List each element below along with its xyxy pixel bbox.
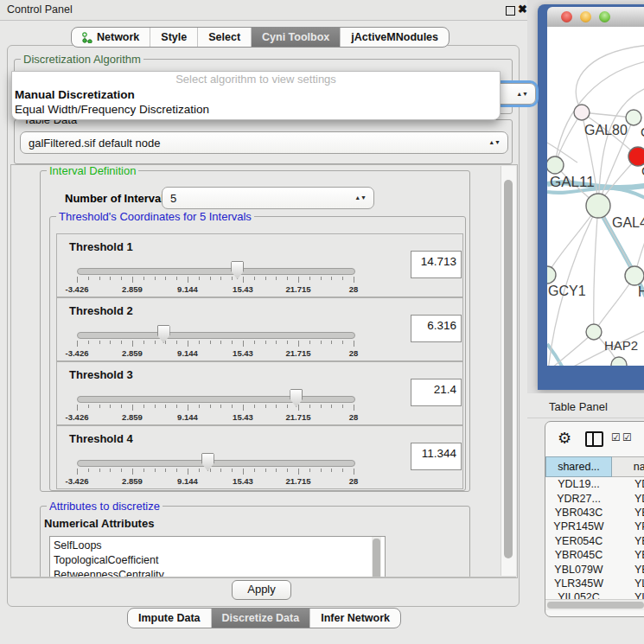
table-row[interactable]: YPR145WYPR1 [545, 520, 644, 533]
cell-name: YBL0 [612, 564, 644, 576]
network-node[interactable] [586, 194, 610, 218]
slider-tick-label: 15.43 [233, 348, 253, 358]
network-node[interactable] [586, 324, 602, 340]
slider-tick [243, 405, 244, 411]
slider-tick [232, 469, 233, 472]
slider-tick [176, 469, 177, 472]
slider-tick [220, 277, 221, 280]
slider-tick-label: 2.859 [122, 348, 143, 358]
columns-icon[interactable] [585, 431, 603, 447]
slider-tick-label: -3.426 [66, 476, 89, 486]
table-row[interactable]: YER054CYER0 [545, 534, 644, 548]
network-node-label: GCY1 [548, 284, 586, 298]
window-zoom-light[interactable] [599, 11, 610, 22]
slider-tick [321, 405, 322, 408]
network-canvas[interactable]: GAL80GACGAL11GAL4GCY1HHAP2 [547, 27, 644, 366]
settings-scrollbar-thumb[interactable] [504, 180, 513, 558]
table-row[interactable]: YDL19...YDL1 [545, 477, 644, 491]
slider-tick [77, 405, 78, 411]
tab-jactivemnodules[interactable]: jActiveMNodules [340, 28, 449, 47]
slider-tick [110, 469, 111, 472]
tab-style[interactable]: Style [150, 28, 197, 47]
slider-tick [188, 405, 188, 411]
threshold-3-value-field[interactable]: 21.4 [411, 379, 462, 406]
cell-shared-name: YBL079W [545, 564, 612, 576]
table-horizontal-scrollbar[interactable] [545, 599, 644, 610]
slider-tick [165, 277, 166, 280]
slider-tick [232, 405, 233, 408]
number-of-intervals-select[interactable]: 5 ▲▼ [162, 187, 374, 209]
stepper-arrows-icon: ▲▼ [516, 92, 528, 97]
window-close-light[interactable] [561, 11, 572, 22]
checkbox-icon[interactable]: ☑ [622, 431, 632, 443]
attributes-scrollbar[interactable] [372, 537, 381, 578]
slider-tick [265, 341, 266, 344]
network-node[interactable] [547, 156, 564, 174]
network-node[interactable] [611, 357, 627, 366]
slider-tick [298, 341, 299, 347]
threshold-1-value-field[interactable]: 14.713 [411, 251, 462, 278]
table-row[interactable]: YDR27...YDR2 [545, 491, 644, 505]
slider-tick [155, 469, 156, 472]
slider-tick [354, 277, 354, 283]
attribute-item[interactable]: TopologicalCoefficient [54, 553, 385, 568]
slider-tick [77, 277, 78, 283]
tab-cyni-toolbox[interactable]: Cyni Toolbox [251, 28, 340, 47]
tab-network[interactable]: Network [72, 28, 150, 47]
settings-vertical-scrollbar[interactable] [501, 166, 516, 576]
threshold-2-slider-track[interactable] [77, 332, 355, 339]
network-node[interactable] [547, 266, 556, 284]
threshold-3-label: Threshold 3 [69, 368, 133, 381]
tab-discretize-data[interactable]: Discretize Data [211, 609, 310, 628]
gear-icon[interactable]: ⚙ [558, 429, 571, 448]
apply-button[interactable]: Apply [232, 580, 291, 600]
slider-tick [155, 405, 156, 408]
slider-tick [110, 277, 111, 280]
slider-tick [354, 341, 354, 347]
threshold-coordinates-group: Threshold's Coordinates for 5 Intervals … [49, 216, 466, 491]
threshold-1-slider-track[interactable] [77, 268, 355, 275]
slider-tick-label: 28 [349, 348, 359, 358]
close-icon[interactable]: ✖ [518, 3, 527, 16]
slider-tick-label: -3.426 [66, 412, 89, 422]
network-node[interactable] [626, 110, 641, 125]
tab-impute-data[interactable]: Impute Data [128, 609, 211, 628]
table-row[interactable]: YBL079WYBL0 [545, 562, 644, 576]
cell-name: YBR0 [612, 549, 644, 561]
discretization-algorithm-group-title: Discretization Algorithm [21, 53, 143, 66]
slider-tick-labels: -3.4262.8599.14415.4321.71528 [77, 284, 354, 294]
threshold-4-value-field[interactable]: 11.344 [411, 443, 462, 470]
table-row[interactable]: YBR045CYBR0 [545, 548, 644, 562]
table-row[interactable]: YBR043CYBR0 [545, 506, 644, 520]
slider-tick-label: 21.715 [285, 412, 310, 422]
slider-tick [331, 405, 332, 408]
dropdown-option-equal-width-frequency[interactable]: Equal Width/Frequency Discretization [12, 102, 500, 117]
slider-tick [287, 405, 288, 408]
slider-tick [199, 405, 200, 408]
slider-tick [77, 469, 78, 475]
window-minimize-light[interactable] [580, 11, 591, 22]
table-scrollbar-thumb[interactable] [547, 602, 644, 609]
table-data-select[interactable]: galFiltered.sif default node ▲▼ [20, 131, 508, 154]
slider-tick-label: 15.43 [233, 284, 253, 294]
dropdown-option-manual-discretization[interactable]: Manual Discretization [12, 87, 500, 102]
network-node[interactable] [574, 105, 590, 120]
checkbox-icon[interactable]: ☑ [611, 431, 621, 443]
network-node[interactable] [625, 266, 644, 285]
float-window-icon[interactable] [506, 6, 515, 16]
slider-tick [210, 277, 211, 280]
slider-tick [88, 277, 89, 280]
slider-tick [309, 405, 310, 408]
network-node-label: GAL11 [550, 174, 595, 190]
threshold-4-slider-track[interactable] [77, 460, 355, 467]
threshold-3-slider-track[interactable] [77, 396, 355, 403]
column-header-name[interactable]: name [612, 456, 644, 477]
slider-tick [254, 405, 255, 408]
attribute-item[interactable]: SelfLoops [54, 539, 385, 553]
tab-infer-network[interactable]: Infer Network [309, 609, 400, 628]
table-row[interactable]: YLR345WYLR3 [545, 577, 644, 590]
tab-select[interactable]: Select [197, 28, 251, 47]
column-header-shared-name[interactable]: shared... [545, 456, 612, 477]
attributes-scrollbar-thumb[interactable] [373, 539, 380, 578]
threshold-2-value-field[interactable]: 6.316 [411, 315, 462, 342]
